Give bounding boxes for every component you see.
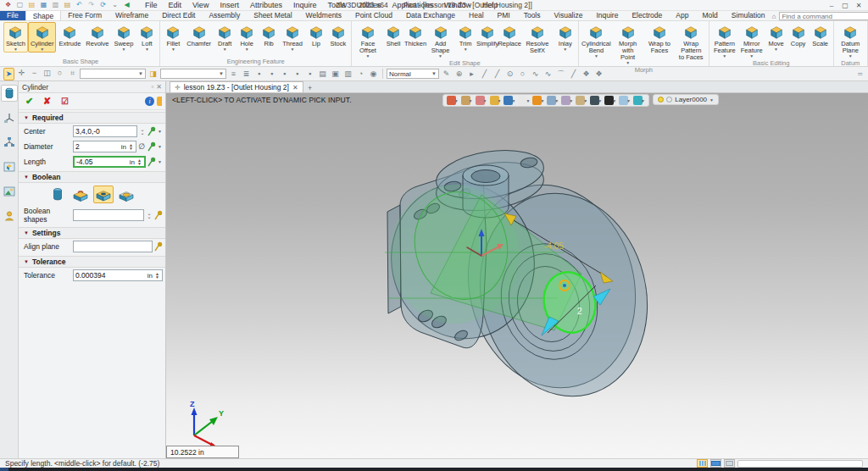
boolean-shapes-input[interactable] — [75, 211, 142, 219]
ribbon-button[interactable]: Loft ▼ — [136, 22, 158, 53]
grab-icon[interactable]: ❖ — [581, 69, 592, 80]
ribbon-tab[interactable]: File — [0, 10, 25, 20]
new-file-icon[interactable]: ▢ — [15, 1, 25, 9]
cancel-button[interactable]: ✘ — [40, 95, 54, 108]
ribbon-button[interactable]: Resolve SelfX ▼ — [520, 22, 554, 56]
regen-icon[interactable]: ⟳ — [98, 1, 108, 9]
ribbon-button[interactable]: Replace ▼ — [498, 22, 520, 49]
ribbon-button[interactable]: Sketch ▼ — [3, 22, 28, 53]
ribbon-button[interactable]: Simplify ▼ — [476, 22, 498, 49]
ribbon-button[interactable]: Hole ▼ — [236, 22, 258, 53]
window-layout-icon[interactable] — [724, 459, 735, 468]
align-icon[interactable]: ≡ — [228, 69, 239, 80]
required-section-header[interactable]: ▼ Required — [19, 112, 165, 124]
menu-item[interactable]: Attributes — [245, 1, 287, 9]
ribbon-tab[interactable]: Assembly — [202, 10, 247, 20]
ribbon-tab[interactable]: Point Cloud — [348, 10, 399, 20]
center-input[interactable] — [75, 127, 135, 136]
selection-filter-combo[interactable]: ▼ — [80, 69, 146, 79]
dropper-caret-icon[interactable]: ▼ — [158, 129, 163, 134]
ribbon-tab[interactable]: Sheet Metal — [247, 10, 298, 20]
ribbon-button[interactable]: Morph with Point ▼ — [612, 22, 643, 66]
folder-icon[interactable]: ▤ — [317, 69, 328, 80]
align-plane-input[interactable] — [75, 242, 150, 251]
ribbon-tab[interactable]: PMI — [491, 10, 517, 20]
view-manager-tab[interactable] — [1, 183, 18, 200]
attach-icon[interactable]: ⊕ — [453, 69, 465, 80]
ribbon-button[interactable]: Face Offset ▼ — [353, 22, 382, 59]
ribbon-button[interactable]: Scale ▼ — [810, 22, 832, 49]
status-input-field[interactable] — [737, 460, 863, 468]
arc-icon[interactable]: ⌒ — [555, 69, 566, 80]
tolerance-section-header[interactable]: ▼ Tolerance — [19, 256, 165, 268]
boolean-remove-button[interactable] — [93, 186, 114, 203]
pick-swap-icon[interactable]: ◨ — [147, 69, 159, 80]
ribbon-tab[interactable]: Heal — [462, 10, 490, 20]
dropper-caret-icon[interactable]: ▼ — [158, 159, 163, 164]
flag-icon[interactable]: ◀ — [122, 1, 131, 9]
open-file-icon[interactable]: ▤ — [27, 1, 36, 9]
filter-icon[interactable]: ⌗ — [67, 68, 78, 80]
panel-float-icon[interactable]: ▫ — [151, 83, 153, 91]
ribbon-tab[interactable]: Direct Edit — [155, 10, 202, 20]
settings-section-header[interactable]: ▼ Settings — [19, 227, 165, 239]
dynamic-pick-icon[interactable]: ➤ — [3, 68, 14, 80]
ribbon-button[interactable]: Rib ▼ — [258, 22, 280, 49]
pick-dropper-icon[interactable] — [154, 210, 163, 220]
eye-icon[interactable]: ◉ — [368, 69, 379, 80]
pick-dropper-icon[interactable] — [147, 157, 156, 167]
ribbon-button[interactable]: Thicken ▼ — [404, 22, 426, 49]
center-snap-icon[interactable]: ▪ — [292, 69, 303, 80]
boolean-section-header[interactable]: ▼ Boolean — [19, 171, 165, 183]
undo-icon[interactable]: ↶ — [75, 1, 84, 9]
display-style-combo[interactable]: Normal▼ — [387, 69, 439, 79]
display-monitor-icon[interactable] — [710, 459, 721, 468]
home-icon[interactable]: ⌂ — [772, 13, 776, 20]
menu-item[interactable]: Help — [477, 1, 504, 9]
import-icon[interactable]: ▤ — [63, 1, 72, 9]
menu-item[interactable]: File — [140, 1, 163, 9]
quad-snap-icon[interactable]: ▪ — [304, 69, 315, 80]
ribbon-tab[interactable]: Electrode — [625, 10, 669, 20]
new-tab-button[interactable]: + — [303, 84, 317, 92]
ribbon-button[interactable]: Cylinder ▼ — [28, 22, 57, 53]
line-icon[interactable]: ╱ — [479, 69, 490, 80]
entity-filter-combo[interactable]: ▼ — [160, 69, 226, 79]
diameter-symbol-icon[interactable]: ∅ — [138, 142, 146, 151]
toolbar-overflow-icon[interactable]: ≂ — [857, 70, 865, 78]
ribbon-tab[interactable]: Weldments — [299, 10, 348, 20]
pick-dropper-icon[interactable] — [154, 241, 163, 252]
ribbon-button[interactable]: Thread ▼ — [280, 22, 305, 53]
cad-scene[interactable]: -4.05 2 — [166, 93, 868, 458]
pan-icon[interactable]: ✛ — [16, 68, 27, 80]
minimize-button[interactable]: – — [826, 2, 837, 9]
more-commands-icon[interactable]: ⌄ — [110, 1, 120, 9]
ribbon-button[interactable]: Mirror Feature ▼ — [738, 22, 765, 59]
pick-dropper-icon[interactable] — [147, 141, 156, 152]
boolean-base-button[interactable] — [47, 186, 68, 203]
viewport-3d[interactable]: <LEFT-CLICK> TO ACTIVATE DYNAMIC PICK IN… — [166, 93, 868, 458]
polyline-icon[interactable]: ╱ — [492, 69, 503, 80]
ribbon-button[interactable]: Inlay ▼ — [554, 22, 576, 53]
datum-manager-tab[interactable] — [1, 109, 18, 126]
ribbon-button[interactable]: Pattern Feature ▼ — [711, 22, 738, 59]
expand-chevron-icon[interactable]: ⌄⌄ — [139, 128, 146, 135]
mail-icon[interactable]: ▥ — [342, 69, 353, 80]
ribbon-button[interactable]: Sweep ▼ — [111, 22, 136, 53]
ribbon-button[interactable]: Datum Plane ▼ — [836, 22, 865, 59]
menu-item[interactable]: Tools — [322, 1, 350, 9]
maximize-button[interactable]: ▢ — [839, 2, 851, 9]
distribute-icon[interactable]: ≣ — [241, 69, 252, 80]
diameter-input[interactable] — [75, 142, 121, 151]
menu-item[interactable]: Inquire — [288, 1, 322, 9]
command-search-input[interactable] — [782, 13, 868, 20]
ribbon-button[interactable]: Wrap to Faces ▼ — [643, 22, 675, 56]
dropper-caret-icon[interactable]: ▼ — [158, 144, 163, 149]
ribbon-tab[interactable]: Wireframe — [108, 10, 155, 20]
info-icon[interactable]: i — [145, 97, 154, 106]
pick-dropper-icon[interactable] — [147, 126, 156, 136]
ribbon-tab[interactable]: Inquire — [589, 10, 625, 20]
menu-item[interactable]: Utilities — [351, 1, 386, 9]
grid-icon[interactable]: ◫ — [42, 68, 53, 80]
ribbon-button[interactable]: Copy ▼ — [787, 22, 810, 49]
